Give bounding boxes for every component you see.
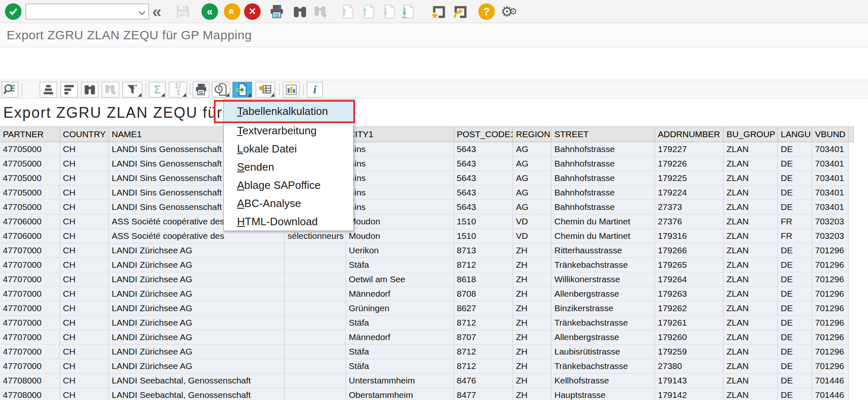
table-cell[interactable]: AG xyxy=(513,157,551,171)
table-cell[interactable]: 703401 xyxy=(812,200,849,214)
table-cell[interactable]: 703401 xyxy=(812,142,849,157)
find-next-button[interactable] xyxy=(313,3,328,20)
cancel-button[interactable]: ✕ xyxy=(244,3,261,20)
table-cell[interactable] xyxy=(285,359,346,374)
table-cell[interactable]: 8712 xyxy=(454,316,513,330)
table-cell[interactable]: ZH xyxy=(513,345,551,359)
table-cell[interactable]: Uerikon xyxy=(346,243,454,258)
table-cell[interactable]: 701446 xyxy=(812,388,849,400)
enter-button[interactable] xyxy=(5,3,22,20)
table-cell[interactable]: 8713 xyxy=(454,243,513,258)
table-cell[interactable]: 179266 xyxy=(655,243,724,258)
table-cell[interactable]: 47706000 xyxy=(0,229,60,243)
table-cell[interactable]: ZH xyxy=(513,316,551,330)
table-cell[interactable]: Bahnhofstrasse xyxy=(551,171,655,186)
table-cell[interactable]: 179261 xyxy=(655,316,724,330)
column-header-ADDRNUMBER[interactable]: ADDRNUMBER xyxy=(655,126,724,142)
table-cell[interactable]: LANDI Seebachtal, Genossenschaft xyxy=(109,388,285,400)
table-cell[interactable]: DE xyxy=(778,142,812,157)
table-cell[interactable]: ZLAN xyxy=(724,359,778,374)
table-cell[interactable]: CH xyxy=(60,301,109,316)
table-cell[interactable]: 8476 xyxy=(454,374,513,388)
table-cell[interactable]: Oberstammheim xyxy=(346,388,454,400)
table-cell[interactable]: VD xyxy=(513,214,551,229)
table-cell[interactable]: DE xyxy=(778,200,812,214)
table-cell[interactable]: 47705000 xyxy=(0,200,60,214)
table-cell[interactable]: ZLAN xyxy=(724,258,778,272)
create-shortcut-button[interactable]: ★ xyxy=(430,3,447,20)
table-cell[interactable]: 179143 xyxy=(655,374,724,388)
table-cell[interactable]: 8712 xyxy=(454,258,513,272)
table-cell[interactable]: DE xyxy=(778,171,812,186)
table-cell[interactable]: ZLAN xyxy=(724,374,778,388)
table-cell[interactable]: VD xyxy=(513,229,551,243)
table-cell[interactable]: Kellhofstrasse xyxy=(551,374,655,388)
table-cell[interactable]: 703203 xyxy=(812,214,849,229)
table-cell[interactable]: DE xyxy=(778,243,812,258)
table-cell[interactable]: CH xyxy=(60,214,109,229)
table-cell[interactable]: CH xyxy=(60,359,109,374)
table-cell[interactable]: Tränkebachstrasse xyxy=(551,359,655,374)
table-cell[interactable]: Stäfa xyxy=(346,359,454,374)
table-cell[interactable]: ZH xyxy=(513,272,551,287)
table-cell[interactable]: 179225 xyxy=(655,171,724,186)
last-page-button[interactable] xyxy=(400,3,415,20)
table-cell[interactable]: LANDI Zürichsee AG xyxy=(109,330,285,345)
table-cell[interactable]: AG xyxy=(513,142,551,157)
table-cell[interactable]: 27373 xyxy=(655,200,724,214)
table-cell[interactable]: Bahnhofstrasse xyxy=(551,186,655,200)
table-cell[interactable]: CH xyxy=(60,287,109,301)
table-cell[interactable]: 8712 xyxy=(454,345,513,359)
table-cell[interactable]: Moudon xyxy=(346,229,454,243)
table-cell[interactable]: 701446 xyxy=(812,374,849,388)
column-header-CITY1[interactable]: CITY1 xyxy=(346,126,454,142)
table-cell[interactable]: 8708 xyxy=(454,287,513,301)
table-cell[interactable]: CH xyxy=(60,374,109,388)
table-cell[interactable]: CH xyxy=(60,229,109,243)
table-cell[interactable]: 27380 xyxy=(655,359,724,374)
table-cell[interactable] xyxy=(285,287,346,301)
column-header-VBUND[interactable]: VBUND xyxy=(812,126,849,142)
menu-item-textverarbeitung[interactable]: Textverarbeitung xyxy=(224,121,353,140)
table-cell[interactable]: LANDI Zürichsee AG xyxy=(109,301,285,316)
column-header-BU_GROUP[interactable]: BU_GROUP xyxy=(724,126,778,142)
table-cell[interactable]: ZLAN xyxy=(724,200,778,214)
table-cell[interactable]: AG xyxy=(513,200,551,214)
table-cell[interactable]: LANDI Zürichsee AG xyxy=(109,287,285,301)
table-cell[interactable]: ZLAN xyxy=(724,287,778,301)
table-cell[interactable]: Männedorf xyxy=(346,330,454,345)
table-cell[interactable]: Chemin du Martinet xyxy=(551,229,655,243)
table-cell[interactable]: Bahnhofstrasse xyxy=(551,142,655,157)
table-cell[interactable] xyxy=(285,388,346,400)
table-cell[interactable]: 47708000 xyxy=(0,374,60,388)
table-cell[interactable] xyxy=(285,374,346,388)
table-cell[interactable]: 47707000 xyxy=(0,272,60,287)
menu-item-ablage-sapoffice[interactable]: Ablage SAPoffice xyxy=(224,176,353,194)
table-cell[interactable]: 179259 xyxy=(655,345,724,359)
table-cell[interactable]: CH xyxy=(60,330,109,345)
table-cell[interactable]: Allenbergstrasse xyxy=(551,330,655,345)
table-cell[interactable]: FR xyxy=(778,229,812,243)
menu-item-senden[interactable]: Senden xyxy=(224,158,353,176)
table-cell[interactable]: Sins xyxy=(346,186,454,200)
table-cell[interactable]: ZLAN xyxy=(724,142,778,157)
table-cell[interactable]: 701296 xyxy=(812,359,849,374)
table-cell[interactable]: 703401 xyxy=(812,171,849,186)
table-cell[interactable]: ZLAN xyxy=(724,272,778,287)
table-cell[interactable] xyxy=(285,243,346,258)
table-cell[interactable]: DE xyxy=(778,359,812,374)
table-cell[interactable]: 701296 xyxy=(812,243,849,258)
export-button[interactable] xyxy=(233,82,252,98)
table-cell[interactable]: 5643 xyxy=(454,171,513,186)
table-cell[interactable]: Moudon xyxy=(346,214,454,229)
table-cell[interactable]: Grüningen xyxy=(346,301,454,316)
column-header-POST_CODE1[interactable]: POST_CODE1 xyxy=(454,126,513,142)
table-cell[interactable]: Stäfa xyxy=(346,258,454,272)
table-cell[interactable]: ZLAN xyxy=(724,243,778,258)
table-cell[interactable]: Sins xyxy=(346,142,454,157)
table-cell[interactable]: 703203 xyxy=(812,229,849,243)
table-cell[interactable]: DE xyxy=(778,287,812,301)
table-cell[interactable]: ZH xyxy=(513,258,551,272)
table-cell[interactable]: 47708000 xyxy=(0,388,60,400)
sort-descending-button[interactable] xyxy=(60,82,78,98)
